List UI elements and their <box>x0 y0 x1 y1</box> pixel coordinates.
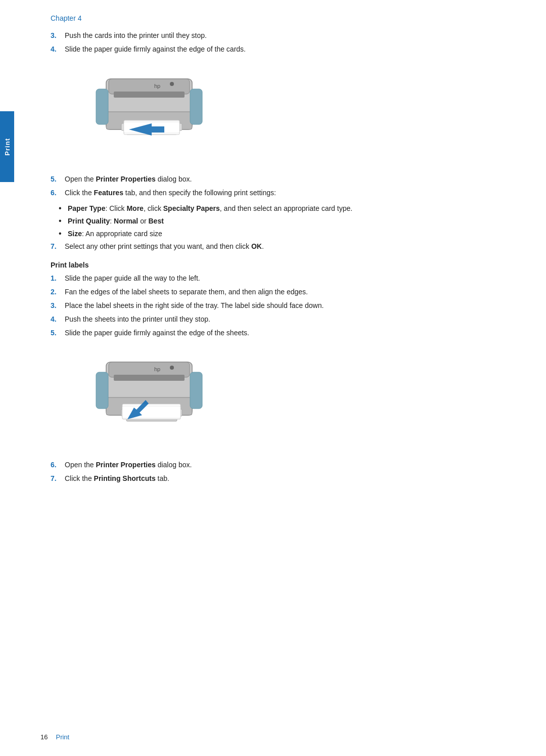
svg-text:hp: hp <box>154 83 160 89</box>
bullet-2-dot: • <box>59 216 68 227</box>
sidebar-tab: Print <box>0 111 14 182</box>
footer-label: Print <box>56 733 69 741</box>
step-6-bold: Features <box>94 189 123 197</box>
label-step-5: 5. Slide the paper guide firmly against … <box>51 328 506 338</box>
steps-top-list: 3. Push the cards into the printer until… <box>51 30 506 55</box>
label-step-3-text: Place the label sheets in the right side… <box>65 300 506 311</box>
chapter-heading: Chapter 4 <box>51 14 506 22</box>
bottom-step-6-num: 6. <box>51 460 65 470</box>
bottom-step-6-text: Open the Printer Properties dialog box. <box>65 460 506 470</box>
bullet-2-text: Print Quality: Normal or Best <box>68 216 506 227</box>
svg-rect-17 <box>96 372 108 409</box>
bullet-3-dot: • <box>59 229 68 239</box>
step-6-text: Click the Features tab, and then specify… <box>65 188 506 198</box>
step-5: 5. Open the Printer Properties dialog bo… <box>51 174 506 185</box>
step-6: 6. Click the Features tab, and then spec… <box>51 188 506 198</box>
step-7: 7. Select any other print settings that … <box>51 241 506 252</box>
printer-illustration-1: hp <box>81 64 212 165</box>
steps-middle-list: 5. Open the Printer Properties dialog bo… <box>51 174 506 198</box>
bottom-step-7-num: 7. <box>51 473 65 484</box>
step-5-text: Open the Printer Properties dialog box. <box>65 174 506 185</box>
label-step-1: 1. Slide the paper guide all the way to … <box>51 273 506 284</box>
page-container: Print Chapter 4 3. Push the cards into t… <box>0 0 546 756</box>
label-steps-list: 1. Slide the paper guide all the way to … <box>51 273 506 338</box>
bottom-step-7-text: Click the Printing Shortcuts tab. <box>65 473 506 484</box>
bottom-step-6: 6. Open the Printer Properties dialog bo… <box>51 460 506 470</box>
label-step-3: 3. Place the label sheets in the right s… <box>51 300 506 311</box>
label-step-5-num: 5. <box>51 328 65 338</box>
bullet-1-dot: • <box>59 203 68 214</box>
bullet-3: • Size: An appropriate card size <box>59 229 506 239</box>
footer-page-number: 16 <box>40 733 48 741</box>
label-step-2: 2. Fan the edges of the label sheets to … <box>51 287 506 297</box>
label-step-5-text: Slide the paper guide firmly against the… <box>65 328 506 338</box>
sidebar-tab-label: Print <box>4 138 11 156</box>
label-step-4: 4. Push the sheets into the printer unti… <box>51 314 506 325</box>
svg-text:hp: hp <box>154 366 160 372</box>
label-step-1-text: Slide the paper guide all the way to the… <box>65 273 506 284</box>
label-step-1-num: 1. <box>51 273 65 284</box>
label-step-2-num: 2. <box>51 287 65 297</box>
step-5-num: 5. <box>51 174 65 185</box>
step-4-text: Slide the paper guide firmly against the… <box>65 44 506 55</box>
print-labels-heading: Print labels <box>51 261 506 269</box>
step-7-num: 7. <box>51 241 65 252</box>
bullet-3-text: Size: An appropriate card size <box>68 229 506 239</box>
step-5-bold: Printer Properties <box>96 175 156 183</box>
step-4: 4. Slide the paper guide firmly against … <box>51 44 506 55</box>
bottom-step-6-bold: Printer Properties <box>96 461 156 469</box>
bullet-2: • Print Quality: Normal or Best <box>59 216 506 227</box>
page-footer: 16 Print <box>40 733 506 741</box>
svg-rect-18 <box>190 372 202 409</box>
svg-rect-4 <box>96 89 108 124</box>
label-step-4-text: Push the sheets into the printer until t… <box>65 314 506 325</box>
bullet-1-text: Paper Type: Click More, click Specialty … <box>68 203 506 214</box>
label-step-4-num: 4. <box>51 314 65 325</box>
label-step-2-text: Fan the edges of the label sheets to sep… <box>65 287 506 297</box>
bottom-step-7: 7. Click the Printing Shortcuts tab. <box>51 473 506 484</box>
printer-illustration-2: hp <box>81 349 212 451</box>
step-3: 3. Push the cards into the printer until… <box>51 30 506 41</box>
svg-rect-2 <box>114 92 185 98</box>
step-3-text: Push the cards into the printer until th… <box>65 30 506 41</box>
step7-list: 7. Select any other print settings that … <box>51 241 506 252</box>
bottom-step-7-bold: Printing Shortcuts <box>94 474 156 482</box>
steps-bottom-list: 6. Open the Printer Properties dialog bo… <box>51 460 506 484</box>
bullet-1: • Paper Type: Click More, click Specialt… <box>59 203 506 214</box>
label-step-3-num: 3. <box>51 300 65 311</box>
step-3-num: 3. <box>51 30 65 41</box>
step-6-num: 6. <box>51 188 65 198</box>
svg-point-25 <box>170 366 174 370</box>
svg-rect-5 <box>190 89 202 124</box>
svg-point-12 <box>170 82 174 86</box>
step-7-text: Select any other print settings that you… <box>65 241 506 252</box>
bullet-list: • Paper Type: Click More, click Specialt… <box>59 203 506 239</box>
svg-rect-15 <box>114 375 185 381</box>
step-4-num: 4. <box>51 44 65 55</box>
